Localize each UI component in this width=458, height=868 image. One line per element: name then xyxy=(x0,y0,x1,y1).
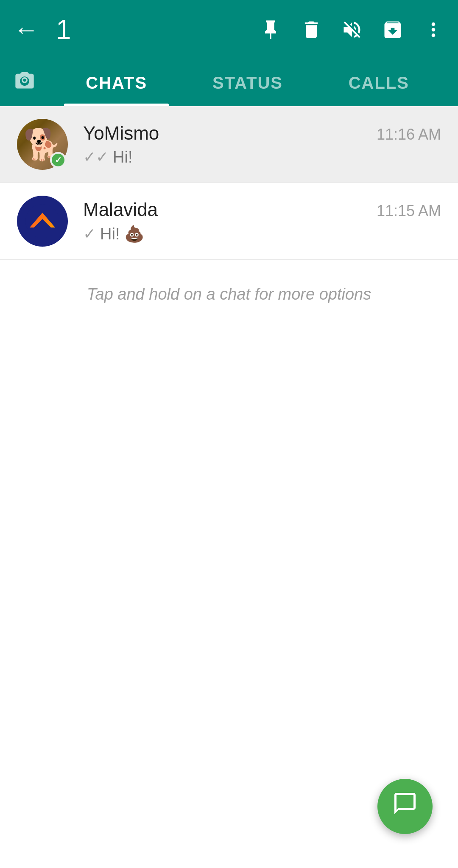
header-icons xyxy=(260,19,444,41)
svg-point-0 xyxy=(25,204,59,238)
chat-item-malavida[interactable]: Malavida 11:15 AM ✓ Hi! 💩 xyxy=(0,183,458,260)
selected-count: 1 xyxy=(56,14,71,45)
chat-preview-text-yomismo: Hi! xyxy=(113,148,132,166)
chat-time-malavida: 11:15 AM xyxy=(377,202,441,220)
single-check-icon-malavida: ✓ xyxy=(83,225,96,243)
hint-text: Tap and hold on a chat for more options xyxy=(0,260,458,329)
avatar-malavida xyxy=(17,196,68,247)
archive-icon[interactable] xyxy=(382,19,404,41)
compose-icon xyxy=(392,791,418,822)
chat-preview-text-malavida: Hi! 💩 xyxy=(100,225,144,243)
header-top: 1 xyxy=(14,0,444,59)
trash-icon[interactable] xyxy=(300,19,322,41)
tab-status[interactable]: STATUS xyxy=(182,59,313,106)
chat-header-yomismo: YoMismo 11:16 AM xyxy=(83,123,441,144)
header: 1 xyxy=(0,0,458,106)
chat-content-yomismo: YoMismo 11:16 AM ✓✓ Hi! xyxy=(83,123,441,166)
chat-time-yomismo: 11:16 AM xyxy=(377,126,441,143)
pin-icon[interactable] xyxy=(260,19,282,41)
new-chat-fab[interactable] xyxy=(377,779,433,834)
back-button[interactable] xyxy=(14,17,39,42)
tab-calls[interactable]: CALLS xyxy=(313,59,444,106)
chat-header-malavida: Malavida 11:15 AM xyxy=(83,199,441,220)
tab-chats[interactable]: CHATS xyxy=(51,59,182,106)
tabs-row: CHATS STATUS CALLS xyxy=(14,59,444,106)
mute-icon[interactable] xyxy=(341,19,363,41)
more-options-icon[interactable] xyxy=(422,19,444,41)
camera-icon[interactable] xyxy=(14,69,36,96)
double-check-icon-yomismo: ✓✓ xyxy=(83,148,109,166)
chat-name-yomismo: YoMismo xyxy=(83,123,159,144)
online-badge-yomismo xyxy=(50,152,66,168)
chat-item-yomismo[interactable]: YoMismo 11:16 AM ✓✓ Hi! xyxy=(0,106,458,183)
chat-preview-yomismo: ✓✓ Hi! xyxy=(83,148,441,166)
chat-preview-malavida: ✓ Hi! 💩 xyxy=(83,225,441,243)
chat-content-malavida: Malavida 11:15 AM ✓ Hi! 💩 xyxy=(83,199,441,243)
chat-name-malavida: Malavida xyxy=(83,199,158,220)
chat-list: YoMismo 11:16 AM ✓✓ Hi! xyxy=(0,106,458,329)
avatar-image-malavida xyxy=(17,196,68,247)
avatar-yomismo xyxy=(17,119,68,170)
